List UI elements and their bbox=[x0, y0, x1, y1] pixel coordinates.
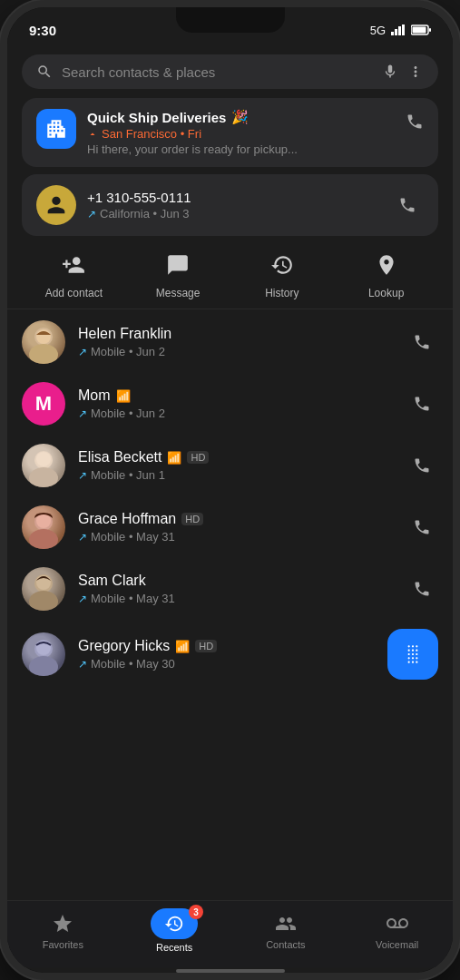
lookup-icon bbox=[368, 247, 405, 283]
unknown-number-card[interactable]: +1 310-555-0111 ↗ California • Jun 3 bbox=[22, 174, 438, 236]
unknown-call-button[interactable] bbox=[391, 189, 424, 221]
wifi-icon-elisa: 📶 bbox=[167, 451, 181, 465]
call-item-mom[interactable]: M Mom 📶 ↗ Mobile • Jun 2 bbox=[7, 373, 453, 435]
quick-ship-name-row: Quick Ship Deliveries 🎉 bbox=[87, 109, 395, 125]
quick-ship-info: Quick Ship Deliveries 🎉 San Francisco • … bbox=[87, 109, 395, 156]
message-icon bbox=[160, 247, 196, 283]
more-icon[interactable] bbox=[407, 64, 424, 80]
unknown-number-text: +1 310-555-0111 bbox=[87, 190, 380, 205]
avatar-grace bbox=[22, 505, 65, 549]
helen-franklin-name-row: Helen Franklin bbox=[78, 326, 393, 342]
quick-ship-call-button[interactable] bbox=[406, 109, 424, 131]
helen-franklin-sub-text: Mobile • Jun 2 bbox=[91, 345, 165, 358]
mom-avatar: M bbox=[22, 382, 65, 426]
svg-point-8 bbox=[29, 344, 58, 364]
mom-avatar-initial: M bbox=[35, 392, 52, 416]
nav-voicemail[interactable]: Voicemail bbox=[341, 911, 453, 950]
helen-franklin-avatar bbox=[22, 320, 65, 364]
call-item-gregory-hicks[interactable]: Gregory Hicks 📶 HD ↗ Mobile • May 30 bbox=[7, 620, 453, 689]
svg-point-17 bbox=[29, 591, 58, 611]
signal-label: 5G bbox=[370, 24, 386, 37]
outgoing-arrow-elisa: ↗ bbox=[78, 469, 87, 482]
lookup-label: Lookup bbox=[368, 287, 404, 299]
quick-ship-card[interactable]: Quick Ship Deliveries 🎉 San Francisco • … bbox=[22, 98, 438, 167]
sam-clark-sub: ↗ Mobile • May 31 bbox=[78, 592, 393, 605]
favorites-label: Favorites bbox=[43, 939, 83, 950]
quick-ship-location-text: San Francisco • Fri bbox=[102, 127, 201, 141]
add-contact-button[interactable]: Add contact bbox=[22, 247, 126, 299]
outgoing-arrow-helen: ↗ bbox=[78, 346, 87, 358]
nav-recents[interactable]: 3 Recents bbox=[119, 908, 230, 953]
recents-icon bbox=[164, 914, 184, 934]
hd-badge-grace: HD bbox=[181, 513, 203, 525]
search-placeholder: Search contacts & places bbox=[62, 64, 373, 80]
phone-frame: 9:30 5G bbox=[0, 0, 460, 980]
unknown-avatar bbox=[36, 185, 76, 225]
call-item-grace-hoffman[interactable]: Grace Hoffman HD ↗ Mobile • May 31 bbox=[7, 496, 453, 558]
avatar-elisa bbox=[22, 444, 65, 487]
grace-hoffman-name-row: Grace Hoffman HD bbox=[78, 511, 393, 527]
elisa-beckett-name-row: Elisa Beckett 📶 HD bbox=[78, 449, 393, 466]
call-item-sam-clark[interactable]: Sam Clark ↗ Mobile • May 31 bbox=[7, 558, 453, 620]
gregory-hicks-name-row: Gregory Hicks 📶 HD bbox=[78, 638, 375, 654]
message-button[interactable]: Message bbox=[126, 247, 230, 299]
grace-hoffman-avatar bbox=[22, 505, 65, 549]
dialpad-icon bbox=[401, 642, 425, 666]
sam-clark-name: Sam Clark bbox=[78, 573, 146, 589]
mic-icon[interactable] bbox=[382, 64, 398, 80]
svg-rect-5 bbox=[413, 27, 426, 34]
search-bar[interactable]: Search contacts & places bbox=[22, 54, 438, 89]
mom-call-button[interactable] bbox=[406, 387, 438, 420]
mom-info: Mom 📶 ↗ Mobile • Jun 2 bbox=[78, 387, 393, 420]
voicemail-label: Voicemail bbox=[376, 939, 418, 950]
helen-franklin-call-button[interactable] bbox=[406, 326, 438, 358]
nav-contacts[interactable]: Contacts bbox=[230, 911, 342, 950]
avatar-helen bbox=[22, 320, 65, 364]
search-icon bbox=[36, 64, 53, 80]
history-icon bbox=[264, 247, 300, 283]
lookup-button[interactable]: Lookup bbox=[334, 247, 438, 299]
sam-clark-name-row: Sam Clark bbox=[78, 573, 393, 589]
grace-hoffman-name: Grace Hoffman bbox=[78, 511, 176, 527]
outgoing-arrow-sam: ↗ bbox=[78, 593, 87, 605]
sam-clark-info: Sam Clark ↗ Mobile • May 31 bbox=[78, 573, 393, 605]
phone-screen: 9:30 5G bbox=[7, 7, 453, 973]
grace-hoffman-info: Grace Hoffman HD ↗ Mobile • May 31 bbox=[78, 511, 393, 544]
elisa-beckett-avatar bbox=[22, 444, 65, 487]
hd-badge-gregory: HD bbox=[195, 640, 217, 652]
quick-ship-emoji: 🎉 bbox=[231, 109, 249, 125]
wifi-icon-gregory: 📶 bbox=[175, 640, 190, 653]
phone-icon-2 bbox=[398, 196, 416, 214]
unknown-call-sub: ↗ California • Jun 3 bbox=[87, 207, 380, 220]
calls-list: Helen Franklin ↗ Mobile • Jun 2 M bbox=[7, 311, 453, 900]
outgoing-arrow-grace: ↗ bbox=[78, 531, 87, 544]
svg-rect-2 bbox=[398, 26, 401, 35]
voicemail-icon-container bbox=[385, 911, 410, 936]
star-icon bbox=[52, 913, 73, 935]
helen-franklin-name: Helen Franklin bbox=[78, 326, 171, 342]
phone-icon-elisa bbox=[413, 456, 431, 475]
sam-clark-avatar bbox=[22, 567, 65, 611]
grace-hoffman-sub-text: Mobile • May 31 bbox=[91, 530, 175, 544]
avatar-sam bbox=[22, 567, 65, 611]
sam-clark-call-button[interactable] bbox=[406, 573, 438, 605]
contacts-icon bbox=[275, 913, 297, 935]
phone-icon-sam bbox=[413, 580, 431, 598]
dial-fab[interactable] bbox=[387, 629, 438, 680]
nav-favorites[interactable]: Favorites bbox=[7, 911, 119, 950]
outgoing-arrow-gregory: ↗ bbox=[78, 658, 87, 671]
elisa-beckett-info: Elisa Beckett 📶 HD ↗ Mobile • Jun 1 bbox=[78, 449, 393, 482]
call-item-elisa-beckett[interactable]: Elisa Beckett 📶 HD ↗ Mobile • Jun 1 bbox=[7, 435, 453, 496]
gregory-hicks-avatar bbox=[22, 632, 65, 676]
contacts-icon-container bbox=[273, 911, 299, 936]
gregory-hicks-name: Gregory Hicks bbox=[78, 638, 170, 654]
call-item-helen-franklin[interactable]: Helen Franklin ↗ Mobile • Jun 2 bbox=[7, 311, 453, 373]
quick-ship-location: San Francisco • Fri bbox=[87, 127, 395, 141]
recents-label: Recents bbox=[156, 942, 192, 953]
history-button[interactable]: History bbox=[230, 247, 335, 299]
add-contact-label: Add contact bbox=[45, 287, 103, 299]
elisa-beckett-call-button[interactable] bbox=[406, 449, 438, 482]
elisa-beckett-sub-text: Mobile • Jun 1 bbox=[91, 468, 165, 482]
signal-icon bbox=[391, 24, 406, 35]
grace-hoffman-call-button[interactable] bbox=[406, 511, 438, 544]
